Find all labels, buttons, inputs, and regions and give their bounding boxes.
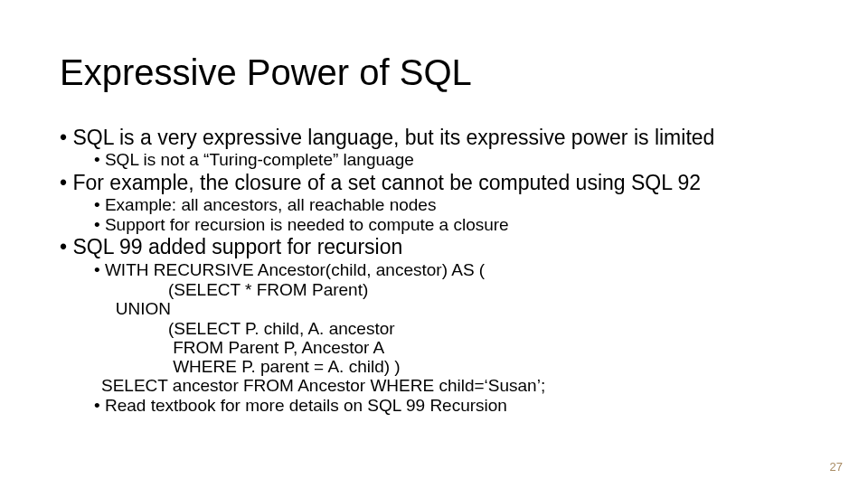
bullet-text: Read textbook for more details on SQL 99…	[105, 396, 507, 415]
page-number: 27	[830, 460, 843, 474]
code-line: WHERE P. parent = A. child) )	[101, 357, 808, 376]
bullet-text: SQL is a very expressive language, but i…	[72, 126, 714, 149]
bullet-text: WITH RECURSIVE Ancestor(child, ancestor)…	[105, 260, 485, 279]
slide-title: Expressive Power of SQL	[60, 52, 808, 93]
bullet-l2: SQL is not a “Turing-complete” language	[94, 150, 808, 170]
code-line: (SELECT * FROM Parent)	[101, 280, 808, 299]
bullet-l1: SQL is a very expressive language, but i…	[60, 126, 808, 171]
bullet-l2: Example: all ancestors, all reachable no…	[94, 195, 808, 215]
code-line: UNION	[101, 299, 808, 318]
bullet-text: For example, the closure of a set cannot…	[72, 171, 701, 194]
bullet-text: SQL is not a “Turing-complete” language	[105, 150, 414, 169]
bullet-text: SQL 99 added support for recursion	[72, 235, 402, 258]
bullet-l2: Read textbook for more details on SQL 99…	[94, 396, 808, 416]
bullet-l2: WITH RECURSIVE Ancestor(child, ancestor)…	[94, 260, 808, 396]
bullet-l1: SQL 99 added support for recursion WITH …	[60, 235, 808, 416]
bullet-l1: For example, the closure of a set cannot…	[60, 171, 808, 236]
bullet-text: Support for recursion is needed to compu…	[105, 215, 509, 234]
bullet-l2: Support for recursion is needed to compu…	[94, 215, 808, 235]
code-line: (SELECT P. child, A. ancestor	[101, 319, 808, 338]
bullet-text: Example: all ancestors, all reachable no…	[105, 195, 436, 214]
code-line: FROM Parent P, Ancestor A	[101, 338, 808, 357]
code-line: SELECT ancestor FROM Ancestor WHERE chil…	[101, 376, 808, 395]
code-block: (SELECT * FROM Parent) UNION (SELECT P. …	[101, 280, 808, 396]
